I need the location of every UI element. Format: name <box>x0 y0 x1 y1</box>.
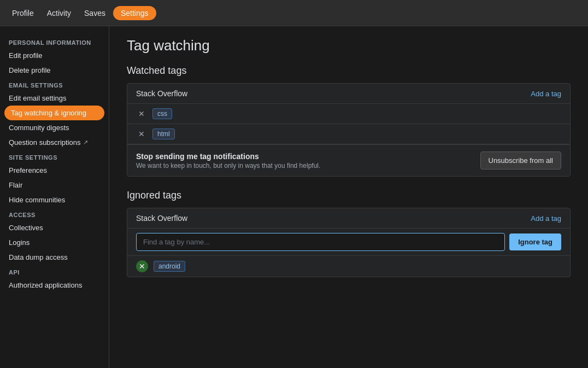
main-content: Tag watching Watched tags Stack Overflow… <box>109 26 588 368</box>
stop-sending-title: Stop sending me tag notifications <box>136 152 320 161</box>
sidebar-item-flair[interactable]: Flair <box>0 178 109 192</box>
nav-saves[interactable]: Saves <box>79 5 111 21</box>
remove-css-tag-button[interactable]: ✕ <box>136 108 147 119</box>
tag-search-input[interactable] <box>136 233 505 251</box>
watched-tag-row-css: ✕ css <box>127 104 570 124</box>
external-link-icon: ↗ <box>83 139 88 146</box>
sidebar-item-data-dump[interactable]: Data dump access <box>0 250 109 265</box>
ignored-tag-row-android: ✕ android <box>127 256 570 277</box>
ignored-tag-search-row: Ignore tag <box>127 229 570 256</box>
remove-html-tag-button[interactable]: ✕ <box>136 128 147 139</box>
sidebar-section-site: SITE SETTINGS Preferences Flair Hide com… <box>0 150 109 207</box>
section-title-email: EMAIL SETTINGS <box>0 78 109 91</box>
watched-tags-container: Stack Overflow Add a tag ✕ css ✕ html St… <box>127 83 571 177</box>
watched-tags-section-title: Watched tags <box>127 65 571 77</box>
section-title-api: API <box>0 265 109 278</box>
ignored-tags-container: Stack Overflow Add a tag Ignore tag ✕ an… <box>127 208 571 277</box>
remove-android-tag-button[interactable]: ✕ <box>136 260 148 272</box>
watched-site-name: Stack Overflow <box>136 89 187 98</box>
nav-profile[interactable]: Profile <box>7 5 39 21</box>
add-ignored-tag-link[interactable]: Add a tag <box>531 214 561 223</box>
sidebar-section-api: API Authorized applications <box>0 265 109 293</box>
page-title: Tag watching <box>127 37 571 54</box>
sidebar-section-email: EMAIL SETTINGS Edit email settings Tag w… <box>0 78 109 150</box>
android-tag-badge: android <box>154 261 185 272</box>
sidebar-item-authorized-apps[interactable]: Authorized applications <box>0 278 109 293</box>
sidebar-item-edit-profile[interactable]: Edit profile <box>0 48 109 63</box>
stop-sending-row: Stop sending me tag notifications We wan… <box>127 144 570 176</box>
sidebar-section-personal: PERSONAL INFORMATION Edit profile Delete… <box>0 35 109 78</box>
top-navigation: Profile Activity Saves Settings <box>0 0 588 26</box>
main-layout: PERSONAL INFORMATION Edit profile Delete… <box>0 26 588 368</box>
unsubscribe-button[interactable]: Unsubscribe from all <box>480 151 562 170</box>
sidebar-item-community-digests[interactable]: Community digests <box>0 120 109 135</box>
sidebar-item-tag-watching[interactable]: Tag watching & ignoring <box>4 106 104 120</box>
section-title-site: SITE SETTINGS <box>0 150 109 163</box>
ignored-tags-header: Stack Overflow Add a tag <box>127 208 570 229</box>
watched-tag-row-html: ✕ html <box>127 124 570 144</box>
sidebar-item-question-subscriptions[interactable]: Question subscriptions ↗ <box>0 135 109 150</box>
add-watched-tag-link[interactable]: Add a tag <box>531 90 561 98</box>
sidebar-item-hide-communities[interactable]: Hide communities <box>0 192 109 207</box>
stop-sending-description: We want to keep in touch, but only in wa… <box>136 162 320 170</box>
sidebar: PERSONAL INFORMATION Edit profile Delete… <box>0 26 109 368</box>
stop-sending-text: Stop sending me tag notifications We wan… <box>136 152 320 170</box>
ignored-tags-section-title: Ignored tags <box>127 190 571 201</box>
nav-activity[interactable]: Activity <box>42 5 77 21</box>
sidebar-section-access: ACCESS Collectives Logins Data dump acce… <box>0 207 109 265</box>
ignore-tag-button[interactable]: Ignore tag <box>509 233 561 250</box>
sidebar-item-delete-profile[interactable]: Delete profile <box>0 63 109 78</box>
sidebar-item-edit-email[interactable]: Edit email settings <box>0 91 109 106</box>
ignored-site-name: Stack Overflow <box>136 214 187 223</box>
nav-settings[interactable]: Settings <box>113 6 156 20</box>
html-tag-badge: html <box>152 128 175 139</box>
section-title-access: ACCESS <box>0 207 109 220</box>
sidebar-item-logins[interactable]: Logins <box>0 235 109 250</box>
sidebar-item-collectives[interactable]: Collectives <box>0 220 109 235</box>
section-title-personal: PERSONAL INFORMATION <box>0 35 109 48</box>
sidebar-item-preferences[interactable]: Preferences <box>0 163 109 178</box>
watched-tags-header: Stack Overflow Add a tag <box>127 84 570 104</box>
css-tag-badge: css <box>152 108 172 119</box>
